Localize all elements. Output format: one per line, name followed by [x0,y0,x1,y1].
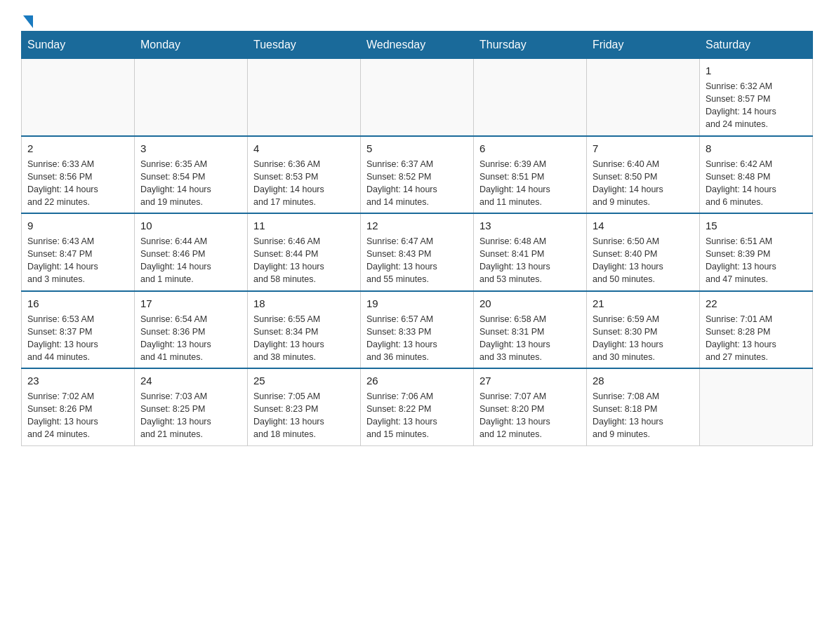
calendar-cell: 2Sunrise: 6:33 AM Sunset: 8:56 PM Daylig… [22,136,135,214]
weekday-header-monday: Monday [135,32,248,59]
day-number: 9 [27,218,128,233]
weekday-header-saturday: Saturday [700,32,813,59]
day-number: 1 [706,63,807,78]
day-info: Sunrise: 6:36 AM Sunset: 8:53 PM Dayligh… [253,158,355,209]
day-number: 2 [27,141,128,156]
calendar-cell: 25Sunrise: 7:05 AM Sunset: 8:23 PM Dayli… [248,368,361,445]
calendar-cell: 6Sunrise: 6:39 AM Sunset: 8:51 PM Daylig… [474,136,587,214]
day-info: Sunrise: 6:33 AM Sunset: 8:56 PM Dayligh… [27,158,128,209]
calendar-cell [474,59,587,136]
day-info: Sunrise: 6:59 AM Sunset: 8:30 PM Dayligh… [593,313,694,364]
day-info: Sunrise: 6:57 AM Sunset: 8:33 PM Dayligh… [366,313,468,364]
day-number: 3 [140,141,241,156]
day-number: 10 [140,218,241,233]
day-info: Sunrise: 7:06 AM Sunset: 8:22 PM Dayligh… [366,390,468,441]
day-number: 7 [593,141,694,156]
calendar-cell: 14Sunrise: 6:50 AM Sunset: 8:40 PM Dayli… [587,213,700,291]
calendar-cell: 26Sunrise: 7:06 AM Sunset: 8:22 PM Dayli… [361,368,474,445]
day-info: Sunrise: 6:46 AM Sunset: 8:44 PM Dayligh… [253,235,355,286]
day-info: Sunrise: 6:35 AM Sunset: 8:54 PM Dayligh… [140,158,241,209]
calendar-week-row: 9Sunrise: 6:43 AM Sunset: 8:47 PM Daylig… [22,213,813,291]
day-info: Sunrise: 6:40 AM Sunset: 8:50 PM Dayligh… [593,158,694,209]
day-number: 6 [479,141,581,156]
calendar-week-row: 2Sunrise: 6:33 AM Sunset: 8:56 PM Daylig… [22,136,813,214]
day-info: Sunrise: 6:32 AM Sunset: 8:57 PM Dayligh… [706,80,807,131]
day-number: 15 [706,218,807,233]
weekday-header-tuesday: Tuesday [248,32,361,59]
day-info: Sunrise: 6:50 AM Sunset: 8:40 PM Dayligh… [593,235,694,286]
calendar-cell: 28Sunrise: 7:08 AM Sunset: 8:18 PM Dayli… [587,368,700,445]
weekday-header-row: SundayMondayTuesdayWednesdayThursdayFrid… [22,32,813,59]
calendar-cell [700,368,813,445]
calendar-cell: 22Sunrise: 7:01 AM Sunset: 8:28 PM Dayli… [700,291,813,369]
calendar-cell: 16Sunrise: 6:53 AM Sunset: 8:37 PM Dayli… [22,291,135,369]
calendar-cell: 12Sunrise: 6:47 AM Sunset: 8:43 PM Dayli… [361,213,474,291]
day-number: 14 [593,218,694,233]
calendar-cell [361,59,474,136]
day-info: Sunrise: 7:05 AM Sunset: 8:23 PM Dayligh… [253,390,355,441]
calendar-cell: 5Sunrise: 6:37 AM Sunset: 8:52 PM Daylig… [361,136,474,214]
day-info: Sunrise: 6:48 AM Sunset: 8:41 PM Dayligh… [479,235,581,286]
day-info: Sunrise: 7:01 AM Sunset: 8:28 PM Dayligh… [706,313,807,364]
calendar-cell: 1Sunrise: 6:32 AM Sunset: 8:57 PM Daylig… [700,59,813,136]
day-number: 19 [366,296,468,311]
day-number: 20 [479,296,581,311]
day-number: 21 [593,296,694,311]
day-number: 27 [479,373,581,388]
day-number: 4 [253,141,355,156]
day-info: Sunrise: 6:55 AM Sunset: 8:34 PM Dayligh… [253,313,355,364]
day-number: 11 [253,218,355,233]
calendar-cell: 27Sunrise: 7:07 AM Sunset: 8:20 PM Dayli… [474,368,587,445]
day-info: Sunrise: 6:51 AM Sunset: 8:39 PM Dayligh… [706,235,807,286]
day-number: 13 [479,218,581,233]
page-header [21,14,813,24]
weekday-header-sunday: Sunday [22,32,135,59]
day-info: Sunrise: 6:39 AM Sunset: 8:51 PM Dayligh… [479,158,581,209]
calendar-cell: 19Sunrise: 6:57 AM Sunset: 8:33 PM Dayli… [361,291,474,369]
calendar-cell: 3Sunrise: 6:35 AM Sunset: 8:54 PM Daylig… [135,136,248,214]
day-info: Sunrise: 6:47 AM Sunset: 8:43 PM Dayligh… [366,235,468,286]
day-number: 18 [253,296,355,311]
day-number: 12 [366,218,468,233]
calendar-cell: 23Sunrise: 7:02 AM Sunset: 8:26 PM Dayli… [22,368,135,445]
calendar-cell [587,59,700,136]
calendar-cell: 21Sunrise: 6:59 AM Sunset: 8:30 PM Dayli… [587,291,700,369]
day-number: 17 [140,296,241,311]
calendar-cell: 17Sunrise: 6:54 AM Sunset: 8:36 PM Dayli… [135,291,248,369]
calendar-cell: 11Sunrise: 6:46 AM Sunset: 8:44 PM Dayli… [248,213,361,291]
calendar-cell [248,59,361,136]
calendar-cell: 20Sunrise: 6:58 AM Sunset: 8:31 PM Dayli… [474,291,587,369]
calendar-cell [135,59,248,136]
calendar-cell: 7Sunrise: 6:40 AM Sunset: 8:50 PM Daylig… [587,136,700,214]
calendar-cell: 9Sunrise: 6:43 AM Sunset: 8:47 PM Daylig… [22,213,135,291]
logo-general [21,14,33,28]
day-number: 26 [366,373,468,388]
calendar-table: SundayMondayTuesdayWednesdayThursdayFrid… [21,31,813,446]
calendar-cell: 18Sunrise: 6:55 AM Sunset: 8:34 PM Dayli… [248,291,361,369]
day-number: 24 [140,373,241,388]
calendar-cell: 8Sunrise: 6:42 AM Sunset: 8:48 PM Daylig… [700,136,813,214]
day-info: Sunrise: 7:02 AM Sunset: 8:26 PM Dayligh… [27,390,128,441]
day-number: 23 [27,373,128,388]
day-info: Sunrise: 6:44 AM Sunset: 8:46 PM Dayligh… [140,235,241,286]
calendar-week-row: 1Sunrise: 6:32 AM Sunset: 8:57 PM Daylig… [22,59,813,136]
day-info: Sunrise: 6:58 AM Sunset: 8:31 PM Dayligh… [479,313,581,364]
logo [21,14,33,24]
calendar-cell: 10Sunrise: 6:44 AM Sunset: 8:46 PM Dayli… [135,213,248,291]
day-info: Sunrise: 6:53 AM Sunset: 8:37 PM Dayligh… [27,313,128,364]
calendar-cell [22,59,135,136]
calendar-cell: 4Sunrise: 6:36 AM Sunset: 8:53 PM Daylig… [248,136,361,214]
day-info: Sunrise: 7:03 AM Sunset: 8:25 PM Dayligh… [140,390,241,441]
day-number: 8 [706,141,807,156]
calendar-week-row: 23Sunrise: 7:02 AM Sunset: 8:26 PM Dayli… [22,368,813,445]
day-number: 5 [366,141,468,156]
day-info: Sunrise: 6:42 AM Sunset: 8:48 PM Dayligh… [706,158,807,209]
weekday-header-friday: Friday [587,32,700,59]
day-number: 22 [706,296,807,311]
weekday-header-thursday: Thursday [474,32,587,59]
day-info: Sunrise: 6:43 AM Sunset: 8:47 PM Dayligh… [27,235,128,286]
calendar-cell: 15Sunrise: 6:51 AM Sunset: 8:39 PM Dayli… [700,213,813,291]
day-number: 28 [593,373,694,388]
calendar-week-row: 16Sunrise: 6:53 AM Sunset: 8:37 PM Dayli… [22,291,813,369]
logo-arrow-icon [23,15,33,28]
